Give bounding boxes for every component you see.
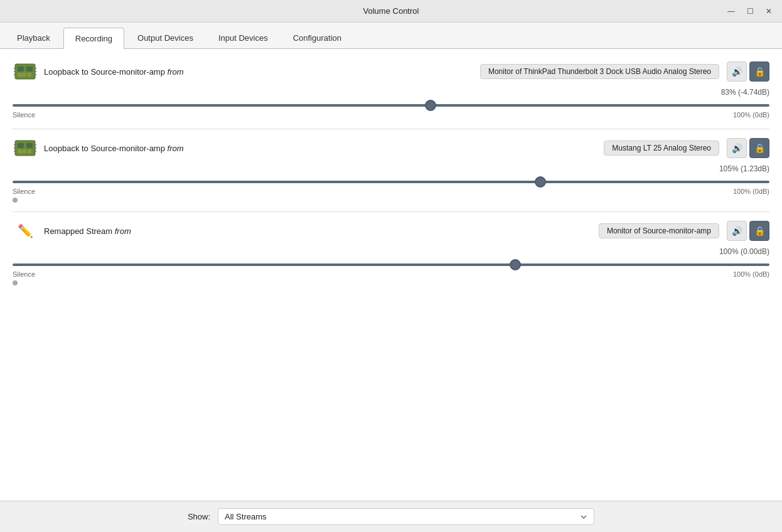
show-label: Show: <box>188 512 210 521</box>
device-select-button[interactable]: Monitor of ThinkPad Thunderbolt 3 Dock U… <box>480 64 719 79</box>
mute-button[interactable]: 🔊 <box>727 61 747 82</box>
slider-labels: Silence 100% (0dB) <box>13 270 769 278</box>
stream-row: Loopback to Source-monitor-amp from Moni… <box>13 59 769 120</box>
svg-rect-19 <box>28 149 31 153</box>
slider-container <box>13 99 769 109</box>
center-label: 100% (0dB) <box>733 270 769 278</box>
svg-point-13 <box>21 75 23 77</box>
stream-header: ✏️ Remapped Stream from Monitor of Sourc… <box>13 218 769 243</box>
divider <box>13 129 769 129</box>
dot-indicator <box>13 198 18 203</box>
titlebar: Volume Control — ☐ ✕ <box>0 0 782 23</box>
slider-labels: Silence 100% (0dB) <box>13 111 769 119</box>
pencil-icon: ✏️ <box>13 218 38 243</box>
stream-name: Loopback to Source-monitor-amp from <box>44 67 480 77</box>
pcb-icon <box>13 59 38 84</box>
stream-row: ✏️ Remapped Stream from Monitor of Sourc… <box>13 218 769 285</box>
divider <box>13 211 769 212</box>
tab-output-devices[interactable]: Output Devices <box>126 27 205 48</box>
volume-level: 83% (-4.74dB) <box>13 88 769 97</box>
svg-rect-16 <box>26 143 33 148</box>
volume-slider[interactable] <box>13 263 769 266</box>
lock-button[interactable]: 🔒 <box>749 138 769 158</box>
device-select-button[interactable]: Mustang LT 25 Analog Stereo <box>604 141 719 156</box>
bottom-bar: Show: All Streams Application Streams Vi… <box>0 501 782 532</box>
minimize-button[interactable]: — <box>723 4 739 18</box>
volume-level: 105% (1.23dB) <box>13 164 769 173</box>
svg-rect-15 <box>18 143 24 148</box>
slider-labels: Silence 100% (0dB) <box>13 188 769 195</box>
dot-indicator <box>13 280 18 285</box>
volume-slider[interactable] <box>13 181 769 183</box>
mute-button[interactable]: 🔊 <box>727 138 747 158</box>
svg-rect-1 <box>18 66 24 72</box>
tab-playback[interactable]: Playback <box>5 27 62 48</box>
tab-bar: Playback Recording Output Devices Input … <box>0 23 782 49</box>
window-controls: — ☐ ✕ <box>723 4 777 18</box>
center-label: 100% (0dB) <box>733 111 769 119</box>
silence-label: Silence <box>13 111 35 119</box>
stream-name: Remapped Stream from <box>44 226 599 236</box>
main-content: Loopback to Source-monitor-amp from Moni… <box>0 49 782 501</box>
close-button[interactable]: ✕ <box>761 4 777 18</box>
stream-name: Loopback to Source-monitor-amp from <box>44 144 604 153</box>
show-select[interactable]: All Streams Application Streams Virtual … <box>218 508 594 525</box>
center-label: 100% (0dB) <box>733 188 769 195</box>
svg-rect-2 <box>26 66 33 72</box>
stream-header: Loopback to Source-monitor-amp from Moni… <box>13 59 769 84</box>
svg-point-27 <box>21 152 23 153</box>
tab-input-devices[interactable]: Input Devices <box>206 27 280 48</box>
svg-rect-0 <box>15 64 35 79</box>
silence-label: Silence <box>13 188 35 195</box>
stream-row: Loopback to Source-monitor-amp from Must… <box>13 136 769 203</box>
pcb-icon <box>13 136 38 161</box>
window-title: Volume Control <box>363 6 419 16</box>
maximize-button[interactable]: ☐ <box>742 4 758 18</box>
lock-button[interactable]: 🔒 <box>749 221 769 241</box>
svg-rect-14 <box>15 141 35 156</box>
slider-container <box>13 258 769 268</box>
device-select-button[interactable]: Monitor of Source-monitor-amp <box>599 223 719 238</box>
lock-button[interactable]: 🔒 <box>749 61 769 82</box>
tab-recording[interactable]: Recording <box>63 28 124 49</box>
volume-level: 100% (0.00dB) <box>13 247 769 256</box>
tab-configuration[interactable]: Configuration <box>281 27 353 48</box>
mute-button[interactable]: 🔊 <box>727 221 747 241</box>
svg-rect-5 <box>28 73 31 77</box>
silence-label: Silence <box>13 270 35 278</box>
slider-container <box>13 176 769 185</box>
volume-slider[interactable] <box>13 104 769 107</box>
stream-header: Loopback to Source-monitor-amp from Must… <box>13 136 769 161</box>
